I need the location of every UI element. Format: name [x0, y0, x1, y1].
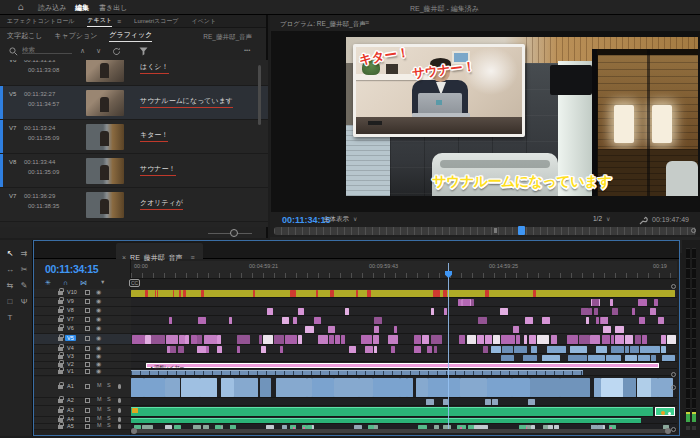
video-clip[interactable] [523, 355, 537, 361]
video-clip[interactable] [568, 355, 587, 361]
subtab-graphics[interactable]: グラフィック [109, 30, 152, 42]
marker-segment[interactable] [179, 290, 181, 297]
refresh-icon[interactable] [112, 47, 121, 56]
video-clip[interactable] [596, 346, 607, 353]
graphic-clip[interactable] [285, 335, 297, 344]
timeline-panel[interactable]: ×RE_藤井邸_音声≡ 00:11:34:15 ✳ ∩ ⋈ ▼ CC 00:00… [33, 240, 680, 436]
graphic-clip[interactable] [169, 317, 173, 324]
graphic-clip[interactable] [581, 308, 589, 315]
graphic-clip[interactable] [341, 335, 345, 344]
slider-knob[interactable] [230, 229, 238, 237]
graphic-clip[interactable] [542, 317, 549, 324]
scrubber-zoom-handle[interactable] [691, 228, 696, 233]
graphic-clip[interactable] [259, 335, 262, 344]
graphic-clip[interactable] [459, 335, 465, 344]
audio-clip[interactable] [400, 378, 407, 397]
graphic-clip[interactable] [374, 346, 378, 353]
audio-clip[interactable] [407, 378, 413, 397]
audio-clip[interactable] [460, 378, 487, 397]
audio-clip[interactable] [530, 378, 560, 397]
home-icon[interactable]: ⌂ [18, 1, 24, 12]
graphic-clip[interactable] [305, 326, 314, 333]
menu-import[interactable]: 読み込み [38, 3, 66, 13]
tab-lumetri-scopes[interactable]: Lumetriスコープ [134, 17, 178, 26]
graphic-clip[interactable] [586, 317, 589, 324]
tab-events[interactable]: イベント [192, 17, 217, 26]
video-clip[interactable] [514, 346, 527, 353]
graphic-clip[interactable] [500, 308, 507, 315]
graphic-clip[interactable] [361, 335, 371, 344]
graphic-clip[interactable] [426, 399, 434, 405]
panel-options-icon[interactable]: ••• [244, 47, 250, 53]
graphic-clip[interactable] [667, 335, 676, 344]
graphic-clip[interactable] [217, 335, 221, 344]
graphic-clip[interactable] [179, 335, 184, 344]
marker-segment[interactable] [533, 290, 536, 297]
track-height-handle[interactable] [671, 284, 676, 289]
scrubber-playhead[interactable] [518, 226, 525, 235]
graphic-clip[interactable] [493, 335, 500, 344]
graphic-clip[interactable] [513, 326, 519, 333]
video-clip[interactable] [570, 346, 587, 353]
graphic-clip[interactable] [365, 346, 373, 353]
graphic-clip[interactable] [197, 346, 206, 353]
graphic-clip[interactable] [590, 335, 600, 344]
graphic-clip[interactable] [528, 399, 535, 405]
graphic-clip[interactable] [349, 346, 356, 353]
marker-segment[interactable] [157, 290, 159, 297]
graphic-clip[interactable] [374, 326, 380, 333]
audio-clip[interactable] [416, 378, 428, 397]
tab-effect-controls[interactable]: エフェクトコントロール [7, 17, 74, 26]
program-scrubber[interactable] [274, 227, 696, 235]
graphic-clip[interactable] [335, 335, 340, 344]
graphic-clip[interactable] [485, 335, 492, 344]
video-clip[interactable] [651, 355, 656, 361]
audio-clip[interactable] [181, 378, 200, 397]
graphic-clip[interactable] [204, 335, 217, 344]
audio-clip[interactable] [144, 378, 165, 397]
keyframe-dot[interactable] [668, 412, 671, 415]
graphic-clip[interactable] [314, 317, 321, 324]
keyframe-dot[interactable] [661, 411, 665, 415]
graphic-clip[interactable] [525, 317, 532, 324]
graphic-clip[interactable] [615, 335, 624, 344]
playhead-line[interactable] [448, 263, 449, 431]
music-clip[interactable] [131, 407, 653, 416]
rectangle-tool[interactable]: □ [4, 296, 16, 307]
graphic-clip[interactable] [632, 308, 635, 315]
audio-clip[interactable] [359, 378, 374, 397]
graphic-clip[interactable] [594, 308, 599, 315]
audio-clip[interactable] [260, 378, 271, 397]
graphic-clip[interactable] [625, 335, 634, 344]
panel-menu-icon[interactable]: ≡ [117, 18, 121, 25]
audio-clip[interactable] [221, 378, 233, 397]
slip-tool[interactable]: ⇆ [4, 280, 16, 291]
video-clip[interactable] [630, 346, 639, 353]
graphic-clip[interactable] [416, 346, 418, 353]
razor-tool[interactable]: ✂ [18, 264, 30, 275]
graphic-clip[interactable] [298, 335, 301, 344]
graphic-clip[interactable] [434, 346, 437, 353]
graphic-clip[interactable] [603, 326, 611, 333]
type-tool[interactable]: T [4, 312, 16, 323]
marker-segment[interactable] [316, 290, 318, 297]
track-height-handle[interactable] [671, 427, 676, 432]
subtab-transcript[interactable]: 文字起こし [7, 31, 42, 41]
audio-clip[interactable] [601, 378, 623, 397]
graphic-clip[interactable] [345, 308, 349, 315]
graphic-clip[interactable] [639, 317, 645, 324]
graphic-clip[interactable] [388, 335, 399, 344]
graphic-clip[interactable] [151, 335, 165, 344]
graphic-clip[interactable] [529, 335, 537, 344]
graphic-clip[interactable] [261, 346, 265, 353]
next-match-icon[interactable]: ∨ [96, 47, 101, 55]
graphic-clip[interactable] [654, 299, 659, 306]
graphic-clip[interactable] [601, 317, 607, 324]
graphic-clip[interactable] [638, 299, 647, 306]
graphic-clip[interactable] [615, 326, 624, 333]
video-clip[interactable] [131, 370, 583, 375]
audio-clip[interactable] [200, 378, 217, 397]
audio-clip[interactable] [312, 378, 334, 397]
graphic-clip[interactable] [329, 335, 334, 344]
graphic-clip[interactable] [374, 317, 381, 324]
